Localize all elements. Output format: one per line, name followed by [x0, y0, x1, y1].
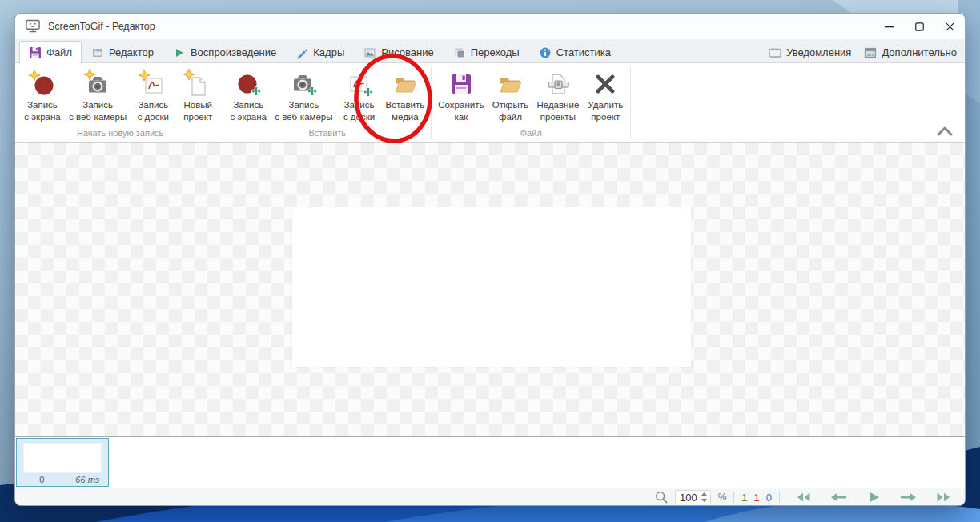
delete-project-button[interactable]: Удалить проект — [583, 66, 628, 125]
tab-frames[interactable]: Кадры — [286, 42, 354, 62]
insert-record-board-button[interactable]: Запись с доски — [337, 66, 382, 125]
ribbon-tab-bar: Файл Редактор Воспроизведение Кадры Рисо… — [15, 39, 965, 63]
options-window-icon — [864, 47, 877, 58]
status-bar: 100 % 1 1 0 — [15, 488, 965, 506]
play-button[interactable] — [864, 491, 883, 504]
frame-thumbnail-image — [23, 443, 102, 473]
frame-timeline[interactable]: 0 66 ms — [15, 436, 965, 488]
status-controls: 100 % 1 1 0 — [655, 488, 954, 506]
button-label: Вставить медиа — [386, 99, 425, 123]
ribbon-group-insert: Запись с экрана Запись с веб-камеры Запи… — [223, 65, 431, 142]
ribbon-toolbar: Запись с экрана Запись с веб-камеры Запи… — [15, 63, 965, 143]
tab-editor[interactable]: Редактор — [82, 42, 163, 62]
button-label: Запись с веб-камеры — [275, 99, 332, 123]
insert-record-screen-button[interactable]: Запись с экрана — [226, 66, 271, 125]
floppy-disk-icon — [29, 46, 42, 59]
image-icon — [363, 46, 376, 59]
record-board-add-icon — [344, 69, 375, 98]
button-label: Сохранить как — [438, 99, 484, 123]
button-label: Запись с доски — [138, 99, 169, 123]
tab-transitions[interactable]: Переходы — [444, 42, 529, 62]
record-board-new-icon — [138, 69, 168, 98]
new-project-button[interactable]: Новый проект — [175, 66, 220, 125]
record-webcam-new-icon — [82, 69, 113, 98]
skip-last-button[interactable] — [934, 491, 954, 504]
tab-playback[interactable]: Воспроизведение — [163, 42, 286, 62]
button-label: Запись с веб-камеры — [69, 99, 127, 123]
recent-projects-button[interactable]: Недавние проекты — [532, 66, 583, 125]
save-as-floppy-icon — [446, 69, 476, 98]
frame-thumbnail-meta: 0 66 ms — [17, 475, 108, 484]
frame-duration: 66 ms — [67, 475, 108, 484]
notifications-label: Уведомления — [786, 46, 851, 58]
open-file-folder-icon — [495, 69, 525, 98]
button-label: Запись с экрана — [24, 99, 60, 123]
skip-first-button[interactable] — [793, 491, 813, 504]
pencil-icon — [295, 46, 308, 59]
previous-frame-button[interactable] — [829, 491, 848, 504]
desktop-wallpaper: ScreenToGif - Редактор Файл — [0, 0, 980, 522]
counter-blue: 0 — [766, 492, 772, 504]
recent-projects-icon — [543, 69, 573, 98]
arrow-right-icon — [900, 491, 918, 504]
new-project-icon — [183, 69, 213, 98]
window-title: ScreenToGif - Редактор — [48, 21, 155, 32]
save-as-button[interactable]: Сохранить как — [434, 66, 488, 125]
minimize-button[interactable] — [874, 14, 904, 39]
status-separator — [779, 492, 780, 503]
record-webcam-add-icon — [288, 69, 319, 98]
button-label: Запись с доски — [343, 99, 375, 123]
layers-icon — [453, 46, 466, 59]
tab-label: Переходы — [471, 46, 520, 58]
play-icon — [173, 46, 186, 59]
maximize-button[interactable] — [904, 14, 934, 39]
record-board-new-button[interactable]: Запись с доски — [131, 66, 175, 125]
frame-counters: 1 1 0 — [741, 492, 772, 504]
zoom-percent-sign: % — [718, 492, 727, 503]
info-icon — [539, 46, 552, 59]
frame-index: 0 — [17, 475, 67, 484]
insert-media-button[interactable]: Вставить медиа — [382, 66, 429, 125]
counter-red: 1 — [754, 492, 760, 504]
button-label: Недавние проекты — [536, 99, 579, 123]
title-bar: ScreenToGif - Редактор — [15, 14, 965, 39]
record-webcam-new-button[interactable]: Запись с веб-камеры — [65, 66, 131, 125]
record-screen-new-button[interactable]: Запись с экрана — [20, 66, 65, 125]
zoom-value: 100 — [680, 492, 697, 504]
button-label: Открыть файл — [492, 99, 528, 123]
tab-file[interactable]: Файл — [19, 41, 82, 63]
frame-thumbnail-selected[interactable]: 0 66 ms — [16, 438, 109, 487]
record-screen-new-icon — [27, 69, 58, 98]
delete-project-icon — [590, 69, 621, 98]
skip-last-icon — [935, 491, 953, 504]
tab-label: Воспроизведение — [191, 46, 276, 58]
next-frame-button[interactable] — [899, 491, 918, 504]
notifications-button[interactable]: Уведомления — [769, 46, 851, 58]
tab-label: Редактор — [109, 46, 154, 58]
notification-icon — [769, 47, 781, 58]
button-label: Новый проект — [183, 99, 212, 123]
arrow-left-icon — [829, 491, 847, 504]
insert-record-webcam-button[interactable]: Запись с веб-камеры — [271, 66, 336, 125]
group-label-file: Файл — [432, 128, 630, 142]
close-button[interactable] — [934, 14, 965, 39]
app-window: ScreenToGif - Редактор Файл — [14, 13, 966, 506]
skip-first-icon — [794, 491, 812, 504]
play-triangle-icon — [866, 491, 881, 504]
open-file-button[interactable]: Открыть файл — [488, 66, 532, 125]
tab-label: Статистика — [556, 46, 611, 58]
editor-window-icon — [91, 46, 104, 59]
button-label: Удалить проект — [588, 99, 623, 123]
current-frame-preview — [292, 207, 691, 367]
group-label-new-recording: Начать новую запись — [18, 128, 223, 142]
options-button[interactable]: Дополнительно — [864, 46, 957, 58]
collapse-ribbon-button[interactable] — [936, 126, 954, 138]
counter-green: 1 — [741, 492, 747, 504]
window-controls — [874, 14, 965, 39]
zoom-spinner-icon[interactable] — [701, 492, 708, 503]
tab-drawing[interactable]: Рисование — [354, 42, 443, 62]
tab-statistics[interactable]: Статистика — [529, 42, 621, 62]
zoom-level-input[interactable]: 100 — [675, 490, 711, 504]
button-label: Запись с экрана — [231, 99, 267, 123]
tab-bar-right: Уведомления Дополнительно — [769, 46, 957, 62]
